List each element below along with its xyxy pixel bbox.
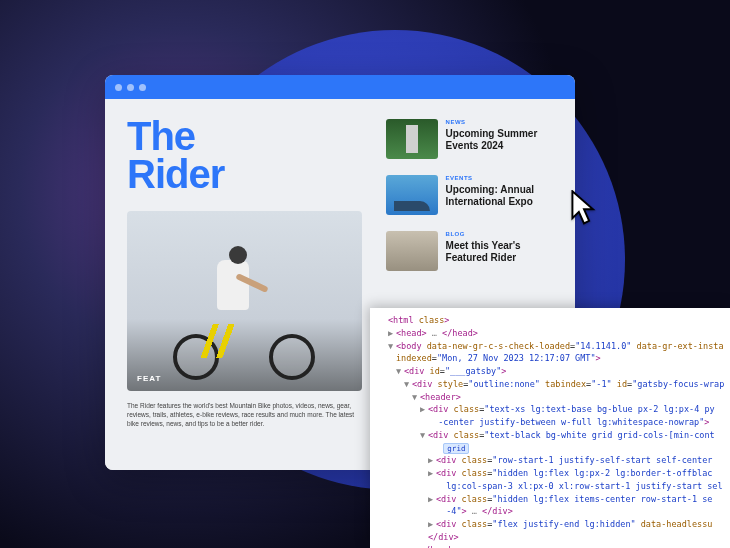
devtools-line[interactable]: </header>	[380, 544, 722, 549]
sidebar-item-events[interactable]: EVENTS Upcoming: Annual International Ex…	[386, 175, 561, 215]
devtools-line[interactable]: ▶<div class="hidden lg:flex lg:px-2 lg:b…	[380, 467, 722, 480]
devtools-line[interactable]: ▼<div style="outline:none" tabindex="-1"…	[380, 378, 722, 391]
devtools-line[interactable]: ▶<div class="text-xs lg:text-base bg-blu…	[380, 403, 722, 416]
expand-caret-icon[interactable]: ▼	[404, 378, 412, 391]
devtools-line[interactable]: ▶<div class="row-start-1 justify-self-st…	[380, 454, 722, 467]
mouse-cursor-icon	[570, 190, 598, 226]
devtools-line[interactable]: <html class>	[380, 314, 722, 327]
logo-line-2: Rider	[127, 152, 224, 196]
expand-caret-icon	[420, 416, 428, 429]
category-label: EVENTS	[446, 175, 561, 181]
hero-caption: The Rider features the world's best Moun…	[127, 401, 357, 428]
site-logo[interactable]: The Rider	[127, 117, 362, 193]
devtools-line[interactable]: lg:col-span-3 xl:px-0 xl:row-start-1 jus…	[380, 480, 722, 493]
expand-caret-icon[interactable]: ▼	[396, 365, 404, 378]
devtools-line[interactable]: ▶<div class="hidden lg:flex items-center…	[380, 493, 722, 506]
devtools-line[interactable]: -center justify-between w-full lg:whites…	[380, 416, 722, 429]
devtools-line[interactable]: ▶<div class="flex justify-end lg:hidden"…	[380, 518, 722, 531]
devtools-line[interactable]: grid	[380, 442, 722, 455]
expand-caret-icon	[420, 531, 428, 544]
devtools-line[interactable]: ▼<div class="text-black bg-white grid gr…	[380, 429, 722, 442]
expand-caret-icon[interactable]: ▶	[420, 403, 428, 416]
category-label: NEWS	[446, 119, 561, 125]
devtools-line[interactable]: ▼<header>	[380, 391, 722, 404]
expand-caret-icon[interactable]: ▶	[428, 454, 436, 467]
main-column: The Rider FEAT The Rider features the wo…	[105, 99, 378, 470]
expand-caret-icon	[420, 442, 428, 455]
expand-caret-icon[interactable]: ▶	[388, 327, 396, 340]
expand-caret-icon	[388, 352, 396, 365]
expand-caret-icon	[412, 544, 420, 549]
expand-caret-icon[interactable]: ▶	[428, 467, 436, 480]
expand-caret-icon[interactable]: ▼	[420, 429, 428, 442]
hero-image[interactable]: FEAT	[127, 211, 362, 391]
hero-overlay-label: FEAT	[137, 374, 161, 383]
thumbnail	[386, 175, 438, 215]
devtools-line[interactable]: -4"> … </div>	[380, 505, 722, 518]
thumbnail	[386, 119, 438, 159]
cyclist-illustration	[179, 250, 309, 380]
sidebar-item-news[interactable]: NEWS Upcoming Summer Events 2024	[386, 119, 561, 159]
expand-caret-icon[interactable]: ▼	[388, 340, 396, 353]
sidebar-item-blog[interactable]: BLOG Meet this Year's Featured Rider	[386, 231, 561, 271]
expand-caret-icon	[380, 314, 388, 327]
devtools-line[interactable]: </div>	[380, 531, 722, 544]
expand-caret-icon[interactable]: ▶	[428, 518, 436, 531]
article-title: Meet this Year's Featured Rider	[446, 240, 561, 263]
expand-caret-icon	[428, 505, 436, 518]
window-control-minimize[interactable]	[127, 84, 134, 91]
thumbnail	[386, 231, 438, 271]
article-title: Upcoming: Annual International Expo	[446, 184, 561, 207]
window-control-close[interactable]	[115, 84, 122, 91]
devtools-line[interactable]: ▼<div id="___gatsby">	[380, 365, 722, 378]
window-control-maximize[interactable]	[139, 84, 146, 91]
devtools-line[interactable]: ▶<head> … </head>	[380, 327, 722, 340]
expand-caret-icon	[428, 480, 436, 493]
devtools-panel[interactable]: <html class>▶<head> … </head>▼<body data…	[370, 308, 730, 548]
category-label: BLOG	[446, 231, 561, 237]
devtools-line[interactable]: ▼<body data-new-gr-c-s-check-loaded="14.…	[380, 340, 722, 353]
devtools-line[interactable]: indexed="Mon, 27 Nov 2023 12:17:07 GMT">	[380, 352, 722, 365]
expand-caret-icon[interactable]: ▼	[412, 391, 420, 404]
expand-caret-icon[interactable]: ▶	[428, 493, 436, 506]
window-titlebar	[105, 75, 575, 99]
article-title: Upcoming Summer Events 2024	[446, 128, 561, 151]
